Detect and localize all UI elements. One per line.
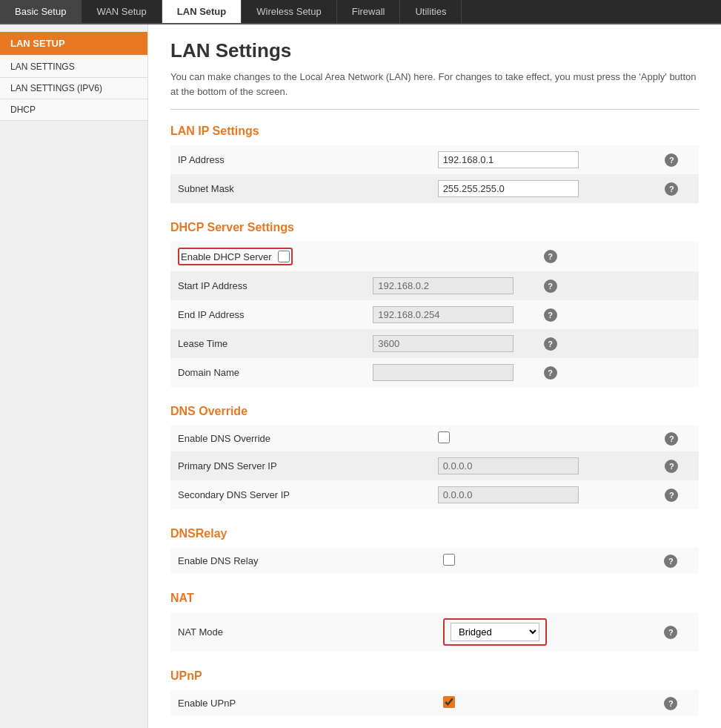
secondary-dns-label: Secondary DNS Server IP — [178, 489, 290, 500]
tab-wan-setup[interactable]: WAN Setup — [82, 0, 162, 23]
nat-mode-help-icon[interactable]: ? — [664, 626, 677, 639]
primary-dns-label: Primary DNS Server IP — [178, 460, 277, 471]
main-layout: LAN SETUP LAN SETTINGS LAN SETTINGS (IPV… — [0, 24, 721, 728]
enable-dns-override-help-icon[interactable]: ? — [665, 432, 678, 446]
content-area: LAN Settings You can make changes to the… — [148, 24, 721, 728]
end-ip-help-icon[interactable]: ? — [544, 308, 557, 322]
upnp-title: UPnP — [170, 669, 699, 683]
ip-address-help-icon[interactable]: ? — [665, 153, 678, 167]
start-ip-help-icon[interactable]: ? — [544, 279, 557, 293]
enable-dns-relay-label: Enable DNS Relay — [178, 555, 258, 566]
enable-upnp-label: Enable UPnP — [178, 698, 236, 709]
nat-table: NAT Mode Bridged NAT ? — [170, 612, 699, 652]
lease-time-label: Lease Time — [178, 338, 227, 349]
lan-ip-section: LAN IP Settings IP Address ? Subnet Mask… — [170, 125, 699, 203]
primary-dns-help-icon[interactable]: ? — [665, 460, 678, 473]
domain-name-input[interactable] — [373, 364, 514, 381]
dns-override-title: DNS Override — [170, 405, 699, 418]
table-row: Primary DNS Server IP ? — [170, 451, 699, 480]
nat-section: NAT NAT Mode Bridged NAT ? — [170, 592, 699, 652]
lease-time-help-icon[interactable]: ? — [544, 337, 557, 351]
lan-ip-table: IP Address ? Subnet Mask ? — [170, 145, 699, 203]
nat-title: NAT — [170, 592, 699, 605]
enable-dhcp-checkbox[interactable] — [278, 251, 290, 262]
table-row: NAT Mode Bridged NAT ? — [170, 612, 699, 652]
lease-time-input[interactable] — [373, 335, 514, 352]
page-title: LAN Settings — [170, 39, 699, 62]
dhcp-server-table: Enable DHCP Server ? Start IP Address ? … — [170, 242, 699, 387]
enable-dns-relay-help-icon[interactable]: ? — [664, 555, 677, 568]
table-row: Enable DNS Relay ? — [170, 548, 699, 574]
sidebar-item-lan-settings[interactable]: LAN SETTINGS — [0, 56, 147, 78]
start-ip-label: Start IP Address — [178, 280, 247, 291]
description-text: You can make changes to the Local Area N… — [170, 70, 699, 99]
tab-utilities[interactable]: Utilities — [400, 0, 462, 23]
subnet-mask-label: Subnet Mask — [178, 183, 234, 194]
enable-dns-relay-checkbox[interactable] — [443, 554, 455, 566]
nat-mode-select[interactable]: Bridged NAT — [451, 623, 539, 641]
lan-ip-title: LAN IP Settings — [170, 125, 699, 138]
secondary-dns-help-icon[interactable]: ? — [665, 489, 678, 502]
enable-dhcp-help-icon[interactable]: ? — [544, 250, 557, 263]
sidebar: LAN SETUP LAN SETTINGS LAN SETTINGS (IPV… — [0, 24, 148, 728]
nat-highlight-box: Bridged NAT — [443, 618, 547, 646]
primary-dns-input[interactable] — [438, 457, 579, 474]
dhcp-server-section: DHCP Server Settings Enable DHCP Server … — [170, 221, 699, 387]
dhcp-enable-highlight-box: Enable DHCP Server — [178, 248, 293, 265]
start-ip-input[interactable] — [373, 277, 514, 294]
enable-dhcp-label: Enable DHCP Server — [181, 251, 272, 262]
table-row: Start IP Address ? — [170, 271, 699, 300]
dns-override-section: DNS Override Enable DNS Override ? Prima… — [170, 405, 699, 509]
subnet-mask-help-icon[interactable]: ? — [665, 182, 678, 196]
table-row: Lease Time ? — [170, 329, 699, 358]
dns-relay-table: Enable DNS Relay ? — [170, 548, 699, 574]
nat-mode-label: NAT Mode — [178, 626, 223, 638]
table-row: Enable DHCP Server ? — [170, 242, 699, 271]
domain-name-help-icon[interactable]: ? — [544, 366, 557, 380]
table-row: Subnet Mask ? — [170, 174, 699, 203]
sidebar-item-lan-settings-ipv6[interactable]: LAN SETTINGS (IPV6) — [0, 78, 147, 99]
table-row: Secondary DNS Server IP ? — [170, 480, 699, 509]
secondary-dns-input[interactable] — [438, 486, 579, 503]
divider — [170, 109, 699, 110]
subnet-mask-input[interactable] — [438, 180, 579, 197]
ip-address-label: IP Address — [178, 154, 225, 165]
table-row: IP Address ? — [170, 145, 699, 174]
tab-wireless-setup[interactable]: Wireless Setup — [242, 0, 336, 23]
domain-name-label: Domain Name — [178, 367, 239, 378]
enable-dns-override-label: Enable DNS Override — [178, 433, 270, 444]
tab-firewall[interactable]: Firewall — [337, 0, 401, 23]
tab-basic-setup[interactable]: Basic Setup — [0, 0, 82, 23]
dns-relay-title: DNSRelay — [170, 527, 699, 540]
end-ip-input[interactable] — [373, 306, 514, 323]
table-row: Enable UPnP ? — [170, 690, 699, 716]
sidebar-item-dhcp[interactable]: DHCP — [0, 99, 147, 121]
enable-dns-override-checkbox[interactable] — [438, 431, 450, 443]
dhcp-server-title: DHCP Server Settings — [170, 221, 699, 234]
ip-address-input[interactable] — [438, 151, 579, 168]
sidebar-header: LAN SETUP — [0, 32, 147, 55]
dns-override-table: Enable DNS Override ? Primary DNS Server… — [170, 426, 699, 509]
enable-upnp-checkbox[interactable] — [443, 696, 455, 708]
upnp-table: Enable UPnP ? — [170, 690, 699, 716]
end-ip-label: End IP Address — [178, 309, 244, 320]
top-nav: Basic Setup WAN Setup LAN Setup Wireless… — [0, 0, 721, 24]
table-row: Domain Name ? — [170, 358, 699, 387]
table-row: End IP Address ? — [170, 300, 699, 329]
enable-upnp-help-icon[interactable]: ? — [664, 697, 677, 710]
tab-lan-setup[interactable]: LAN Setup — [162, 0, 242, 23]
dns-relay-section: DNSRelay Enable DNS Relay ? — [170, 527, 699, 574]
upnp-section: UPnP Enable UPnP ? — [170, 669, 699, 716]
table-row: Enable DNS Override ? — [170, 426, 699, 451]
